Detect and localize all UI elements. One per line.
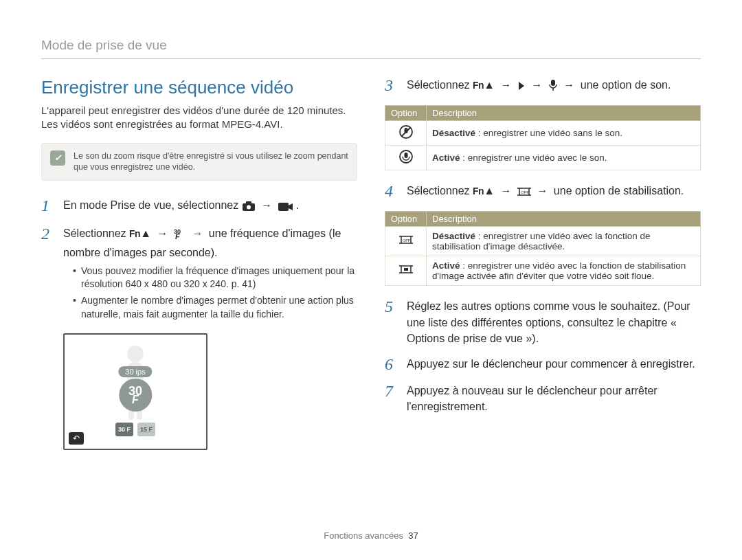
- option-icon-cell: [385, 146, 427, 170]
- footer-section: Fonctions avancées: [324, 530, 403, 541]
- step-4: 4 Sélectionnez Fn▲ → OFF → une option de…: [385, 183, 701, 201]
- arrow-icon: →: [192, 225, 203, 241]
- framerate-icon: 30F: [174, 227, 186, 244]
- svg-rect-1: [246, 201, 251, 204]
- step-1: 1 En mode Prise de vue, sélectionnez → .: [41, 197, 357, 216]
- option-desc: Activé : enregistrer une vidéo avec la f…: [427, 256, 701, 286]
- svg-rect-10: [551, 80, 555, 86]
- table-row: Désactivé : enregistrer une vidéo sans l…: [385, 121, 701, 146]
- header-description: Description: [427, 106, 701, 121]
- page-title: Enregistrer une séquence vidéo: [41, 77, 357, 98]
- video-icon: [278, 200, 293, 216]
- bullet-item: Augmenter le nombre d'images permet d'ob…: [73, 294, 357, 321]
- up-triangle-icon: ▲: [140, 227, 151, 239]
- colon: :: [460, 260, 468, 271]
- text: Sélectionnez: [407, 185, 473, 197]
- label: Activé: [432, 153, 460, 163]
- stab-off-icon: OFF: [398, 234, 414, 249]
- step-5-text: Réglez les autres options comme vous le …: [407, 298, 701, 346]
- option-icon-cell: [385, 121, 427, 146]
- footer-page-number: 37: [408, 530, 418, 541]
- table-header-row: Option Description: [385, 106, 701, 121]
- microphone-icon: [548, 79, 558, 96]
- arrow-icon: →: [563, 77, 574, 93]
- back-icon: ↶: [69, 432, 84, 445]
- step-7: 7 Appuyez à nouveau sur le déclencheur p…: [385, 383, 701, 414]
- option-icon-cell: [385, 256, 427, 286]
- step-2-text: Sélectionnez Fn▲ → 30F → une fréquence d…: [63, 225, 357, 324]
- svg-point-6: [127, 346, 144, 362]
- bullet-item: Vous pouvez modifier la fréquence d'imag…: [73, 265, 357, 291]
- desc: enregistrer une vidéo sans le son.: [483, 128, 622, 138]
- screenshot-center: 30 ips 30 F: [118, 365, 152, 412]
- svg-point-2: [247, 205, 251, 210]
- colon: :: [475, 128, 483, 138]
- content-columns: Enregistrer une séquence vidéo L'apparei…: [41, 77, 701, 450]
- screenshot-thumbs: 30 F 15 F: [115, 423, 155, 436]
- svg-rect-34: [404, 268, 408, 271]
- fn-icon: Fn: [473, 186, 484, 197]
- step-1-text: En mode Prise de vue, sélectionnez → .: [63, 197, 357, 216]
- badge-f: F: [132, 395, 139, 405]
- header-option: Option: [385, 106, 427, 121]
- step-4-text: Sélectionnez Fn▲ → OFF → une option de s…: [407, 183, 701, 201]
- svg-rect-3: [278, 203, 289, 211]
- note-box: ✓ Le son du zoom risque d'être enregistr…: [41, 143, 357, 181]
- step-6: 6 Appuyez sur le déclencheur pour commen…: [385, 356, 701, 373]
- mic-off-icon: [399, 125, 413, 141]
- step-number: 4: [385, 183, 398, 201]
- fps-label: 30 ips: [118, 366, 152, 377]
- note-icon: ✓: [50, 150, 65, 166]
- stabilization-off-icon: OFF: [517, 186, 531, 201]
- camera-icon: [242, 200, 256, 216]
- step-2: 2 Sélectionnez Fn▲ → 30F → une fréquence…: [41, 225, 357, 324]
- right-column: 3 Sélectionnez Fn▲ → → → une option de s…: [385, 77, 701, 450]
- fn-icon: Fn: [473, 80, 484, 91]
- step-3-text: Sélectionnez Fn▲ → → → une option de son…: [407, 77, 701, 96]
- label: Désactivé: [432, 231, 475, 241]
- arrow-icon: →: [261, 197, 272, 213]
- arrow-icon: →: [500, 183, 511, 199]
- up-triangle-icon: ▲: [484, 185, 495, 197]
- text: une option de son.: [581, 79, 671, 91]
- step-number: 1: [41, 197, 55, 216]
- thumb-30: 30 F: [115, 423, 133, 436]
- table-row: Activé : enregistrer une vidéo avec le s…: [385, 146, 701, 170]
- desc: enregistrer une vidéo avec la fonction d…: [432, 260, 686, 281]
- step-number: 5: [385, 298, 398, 346]
- left-column: Enregistrer une séquence vidéo L'apparei…: [41, 77, 357, 450]
- table-header-row: Option Description: [385, 212, 701, 227]
- option-desc: Désactivé : enregistrer une vidéo avec l…: [427, 227, 701, 256]
- fps-badge: 30 F: [119, 379, 152, 412]
- up-triangle-icon: ▲: [484, 79, 495, 91]
- step-2-bullets: Vous pouvez modifier la fréquence d'imag…: [63, 265, 357, 321]
- text: .: [296, 199, 299, 211]
- table-row: Activé : enregistrer une vidéo avec la f…: [385, 256, 701, 286]
- text: Sélectionnez: [63, 227, 129, 239]
- text: En mode Prise de vue, sélectionnez: [63, 199, 242, 211]
- note-text: Le son du zoom risque d'être enregistré …: [74, 150, 348, 174]
- arrow-icon: →: [500, 77, 511, 93]
- arrow-icon: →: [537, 183, 548, 199]
- svg-text:OFF: OFF: [403, 238, 411, 243]
- sound-options-table: Option Description Désactivé : enregistr…: [385, 105, 701, 170]
- step-3: 3 Sélectionnez Fn▲ → → → une option de s…: [385, 77, 701, 96]
- arrow-icon: →: [157, 225, 168, 241]
- thumb-15: 15 F: [137, 423, 155, 436]
- fn-icon: Fn: [129, 228, 140, 239]
- header-description: Description: [427, 212, 701, 227]
- option-icon-cell: OFF: [385, 227, 427, 256]
- svg-text:F: F: [175, 232, 180, 240]
- page: Mode de prise de vue Enregistrer une séq…: [0, 0, 742, 560]
- label: Activé: [432, 260, 460, 271]
- breadcrumb: Mode de prise de vue: [41, 38, 701, 58]
- table-row: OFF Désactivé : enregistrer une vidéo av…: [385, 227, 701, 256]
- camera-screenshot: 30 ips 30 F 30 F 15 F ↶: [63, 333, 207, 450]
- step-number: 2: [41, 225, 55, 324]
- step-5: 5 Réglez les autres options comme vous l…: [385, 298, 701, 346]
- step-number: 6: [385, 356, 398, 373]
- svg-text:OFF: OFF: [521, 190, 529, 194]
- step-number: 3: [385, 77, 398, 96]
- text: une option de stabilisation.: [554, 185, 684, 197]
- intro-text: L'appareil peut enregistrer des vidéos d…: [41, 104, 357, 132]
